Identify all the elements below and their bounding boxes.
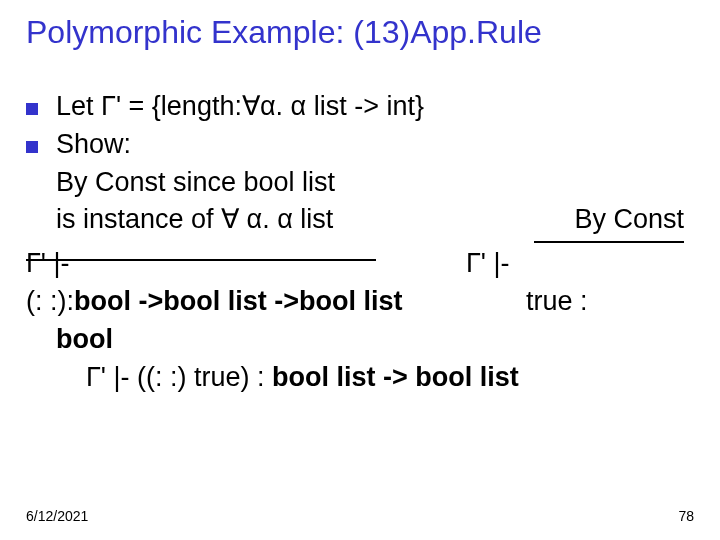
bullet-1-text: Let Γ' = {length:∀α. α list -> int} bbox=[56, 88, 424, 126]
line-gamma-left: Γ' |- bbox=[26, 245, 466, 283]
rule-line-right bbox=[534, 241, 684, 243]
line-gamma-right: Γ' |- bbox=[466, 245, 510, 283]
line-byconst-1: By Const since bool list bbox=[26, 164, 694, 202]
footer-date: 6/12/2021 bbox=[26, 508, 88, 524]
line-cons-true: (: :):bool ->bool list ->bool list true … bbox=[26, 283, 694, 321]
bullet-1: Let Γ' = {length:∀α. α list -> int} bbox=[26, 88, 694, 126]
line-cons: (: :):bool ->bool list ->bool list bbox=[26, 283, 526, 321]
line-gamma: Γ' |- Γ' |- bbox=[26, 245, 694, 283]
slide-body: Let Γ' = {length:∀α. α list -> int} Show… bbox=[26, 88, 694, 396]
footer-page: 78 bbox=[678, 508, 694, 524]
bullet-icon bbox=[26, 141, 38, 153]
line-instance-right: By Const bbox=[574, 201, 694, 239]
line-instance: is instance of ∀ α. α list By Const bbox=[26, 201, 694, 239]
line-true: true : bbox=[526, 283, 588, 321]
line-conclusion-pre: Γ' |- ((: :) true) : bbox=[86, 362, 272, 392]
line-instance-left: is instance of ∀ α. α list bbox=[56, 201, 333, 239]
line-bool: bool bbox=[26, 321, 694, 359]
bullet-icon bbox=[26, 103, 38, 115]
line-cons-pre: (: :): bbox=[26, 286, 74, 316]
line-cons-bold: bool ->bool list ->bool list bbox=[74, 286, 402, 316]
bullet-2-text: Show: bbox=[56, 126, 131, 164]
line-conclusion: Γ' |- ((: :) true) : bool list -> bool l… bbox=[26, 359, 694, 397]
slide-title: Polymorphic Example: (13)App.Rule bbox=[26, 14, 542, 51]
bullet-2: Show: bbox=[26, 126, 694, 164]
line-conclusion-bold: bool list -> bool list bbox=[272, 362, 519, 392]
